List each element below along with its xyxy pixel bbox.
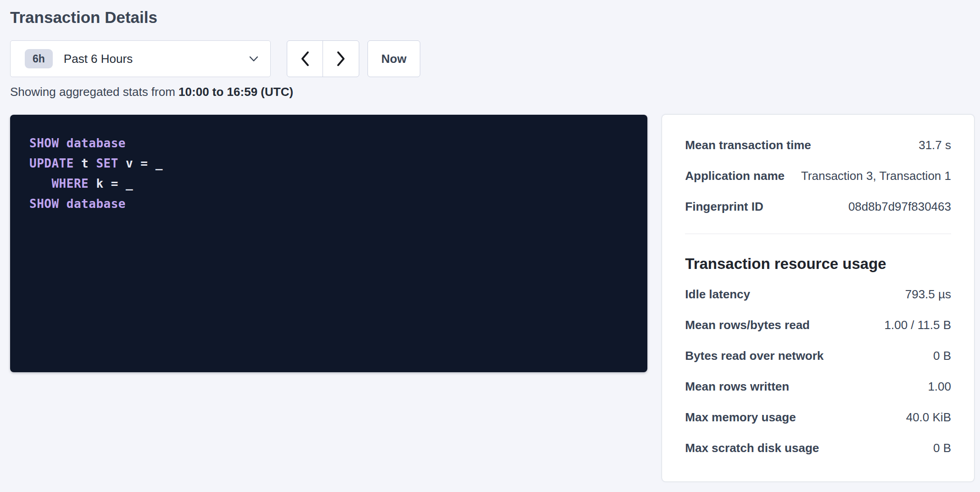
time-range-badge: 6h — [25, 49, 53, 68]
row-label: Max scratch disk usage — [685, 441, 828, 455]
row-value: 08d8b7d97f830463 — [848, 199, 951, 214]
panel-divider — [685, 234, 951, 234]
time-nav-buttons — [287, 40, 359, 77]
summary-row: Mean rows written 1.00 — [685, 379, 951, 394]
time-range-dropdown[interactable]: 6h Past 6 Hours — [10, 40, 271, 77]
row-value: 40.0 KiB — [906, 410, 951, 425]
time-range-label: Past 6 Hours — [64, 52, 249, 66]
sql-keyword: database — [67, 197, 126, 211]
sql-line: WHERE k = _ — [29, 173, 628, 194]
sql-keyword: database — [67, 136, 126, 150]
row-label: Application name — [685, 168, 794, 183]
sql-statement-box: SHOW databaseUPDATE t SET v = _ WHERE k … — [10, 115, 647, 372]
summary-row: Mean transaction time 31.7 s — [685, 138, 951, 152]
aggregation-caption: Showing aggregated stats from 10:00 to 1… — [10, 84, 974, 100]
row-value: 31.7 s — [919, 138, 951, 152]
summary-rows: Mean transaction time 31.7 s Application… — [685, 138, 951, 214]
summary-row: Application name Transaction 3, Transact… — [685, 168, 951, 183]
caret-right-icon — [334, 50, 347, 67]
sql-keyword: SHOW — [29, 136, 59, 150]
summary-row: Bytes read over network 0 B — [685, 348, 951, 363]
resource-usage-title: Transaction resource usage — [685, 255, 951, 273]
row-value: 0 B — [933, 441, 951, 455]
row-label: Mean rows/bytes read — [685, 318, 819, 332]
next-time-button[interactable] — [323, 41, 359, 77]
row-label: Mean transaction time — [685, 138, 820, 152]
summary-row: Mean rows/bytes read 1.00 / 11.5 B — [685, 318, 951, 332]
sql-line: SHOW database — [29, 133, 628, 153]
summary-row: Idle latency 793.5 µs — [685, 287, 951, 302]
page-title: Transaction Details — [10, 6, 974, 28]
sql-line: UPDATE t SET v = _ — [29, 153, 628, 173]
sql-keyword: WHERE — [51, 177, 89, 190]
sql-text — [59, 136, 67, 150]
caret-left-icon — [299, 50, 312, 67]
sql-text: t — [74, 157, 96, 170]
transaction-details-page: Transaction Details 6h Past 6 Hours Now … — [0, 0, 980, 492]
now-button[interactable]: Now — [368, 40, 420, 77]
caption-range: 10:00 to 16:59 (UTC) — [178, 85, 293, 99]
row-value: 0 B — [933, 348, 951, 363]
row-label: Max memory usage — [685, 410, 805, 425]
prev-time-button[interactable] — [287, 41, 323, 77]
chevron-down-icon — [249, 56, 258, 62]
sql-text: k = _ — [89, 177, 133, 190]
transaction-summary-panel: Mean transaction time 31.7 s Application… — [662, 115, 974, 481]
sql-keyword: UPDATE — [29, 157, 74, 170]
row-value: 1.00 — [928, 379, 951, 394]
row-label: Mean rows written — [685, 379, 798, 394]
resource-usage-rows: Idle latency 793.5 µs Mean rows/bytes re… — [685, 287, 951, 455]
row-value: 793.5 µs — [905, 287, 951, 302]
sql-code: SHOW databaseUPDATE t SET v = _ WHERE k … — [29, 133, 628, 214]
row-label: Idle latency — [685, 287, 759, 302]
time-controls: 6h Past 6 Hours Now — [10, 40, 974, 77]
sql-line: SHOW database — [29, 194, 628, 214]
sql-text: v = _ — [118, 157, 163, 170]
caption-prefix: Showing aggregated stats from — [10, 85, 178, 99]
row-value: 1.00 / 11.5 B — [884, 318, 951, 332]
row-value: Transaction 3, Transaction 1 — [801, 168, 951, 183]
sql-keyword: SET — [96, 157, 118, 170]
row-label: Fingerprint ID — [685, 199, 772, 214]
summary-row: Max scratch disk usage 0 B — [685, 441, 951, 455]
sql-text — [59, 197, 67, 211]
summary-row: Max memory usage 40.0 KiB — [685, 410, 951, 425]
row-label: Bytes read over network — [685, 348, 833, 363]
content-columns: SHOW databaseUPDATE t SET v = _ WHERE k … — [10, 115, 974, 481]
summary-row: Fingerprint ID 08d8b7d97f830463 — [685, 199, 951, 214]
sql-text — [29, 177, 51, 190]
sql-keyword: SHOW — [29, 197, 59, 211]
